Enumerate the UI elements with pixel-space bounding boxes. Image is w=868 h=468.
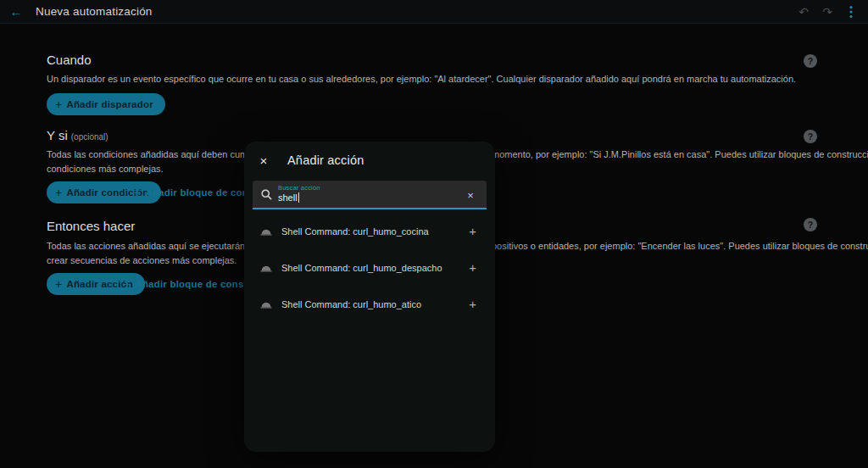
shell-command-dome-icon <box>259 299 273 309</box>
clear-search-icon[interactable]: × <box>463 187 478 203</box>
help-icon-cuando[interactable]: ? <box>804 54 817 68</box>
shell-command-dome-icon <box>259 263 273 273</box>
action-search-input[interactable]: Buscar acción shell × <box>253 181 487 209</box>
back-arrow-icon[interactable]: ← <box>3 0 29 24</box>
shell-command-dome-icon <box>259 226 273 237</box>
search-value: shell <box>278 192 298 203</box>
result-label: Shell Command: curl_humo_despacho <box>281 263 469 273</box>
cuando-description: Un disparador es un evento específico qu… <box>47 74 796 84</box>
result-label: Shell Command: curl_humo_atico <box>281 299 469 309</box>
plus-icon: + <box>134 187 141 198</box>
search-results-list: Shell Command: curl_humo_cocina + Shell … <box>244 213 495 322</box>
y-si-description-line2: condiciones más complejas. <box>47 164 164 174</box>
overflow-menu-icon[interactable] <box>839 0 863 24</box>
add-result-plus-icon[interactable]: + <box>469 261 476 274</box>
add-action-dialog: × Añadir acción Buscar acción shell × <box>244 142 495 452</box>
search-floating-label: Buscar acción <box>278 184 320 192</box>
add-trigger-button[interactable]: + Añadir disparador <box>47 93 165 115</box>
plus-icon: + <box>124 278 131 290</box>
text-cursor <box>298 192 299 203</box>
redo-icon[interactable]: ↷ <box>815 0 839 24</box>
dialog-title: Añadir acción <box>287 153 364 167</box>
search-icon <box>260 188 273 204</box>
y-si-optional-suffix: (opcional) <box>71 132 108 142</box>
section-title-entonces: Entonces hacer <box>47 219 135 233</box>
automation-editor: ← Nueva automatización ↶ ↷ Cuando ? Un d… <box>0 0 868 468</box>
y-si-description-right: momento, por ejemplo: "Si J.M.Pinillos e… <box>492 149 868 159</box>
undo-icon[interactable]: ↶ <box>792 0 815 24</box>
close-icon[interactable]: × <box>254 151 273 170</box>
action-result-row[interactable]: Shell Command: curl_humo_cocina + <box>244 213 495 249</box>
topbar-actions: ↶ ↷ <box>792 0 863 24</box>
y-si-title-text: Y si <box>47 128 68 142</box>
plus-icon: + <box>55 278 62 290</box>
page-title: Nueva automatización <box>36 5 153 18</box>
add-trigger-label: Añadir disparador <box>66 99 153 109</box>
add-result-plus-icon[interactable]: + <box>469 225 476 237</box>
plus-icon: + <box>55 98 62 110</box>
add-result-plus-icon[interactable]: + <box>469 298 476 310</box>
action-result-row[interactable]: Shell Command: curl_humo_despacho + <box>244 249 495 286</box>
dialog-header: × Añadir acción <box>254 150 485 170</box>
top-app-bar: ← Nueva automatización ↶ ↷ <box>0 0 868 24</box>
help-icon-entonces[interactable]: ? <box>804 218 817 231</box>
entonces-description-line2: crear secuencias de acciones más complej… <box>47 255 236 265</box>
action-result-row[interactable]: Shell Command: curl_humo_atico + <box>244 286 495 322</box>
help-icon-y-si[interactable]: ? <box>804 130 817 143</box>
section-title-y-si: Y si(opcional) <box>47 128 108 142</box>
result-label: Shell Command: curl_humo_cocina <box>281 226 469 237</box>
search-value-row: shell <box>278 192 299 203</box>
plus-icon: + <box>55 187 62 198</box>
entonces-description-right: positivos o entidades, por ejemplo: "Enc… <box>492 241 868 251</box>
section-title-cuando: Cuando <box>47 53 92 67</box>
